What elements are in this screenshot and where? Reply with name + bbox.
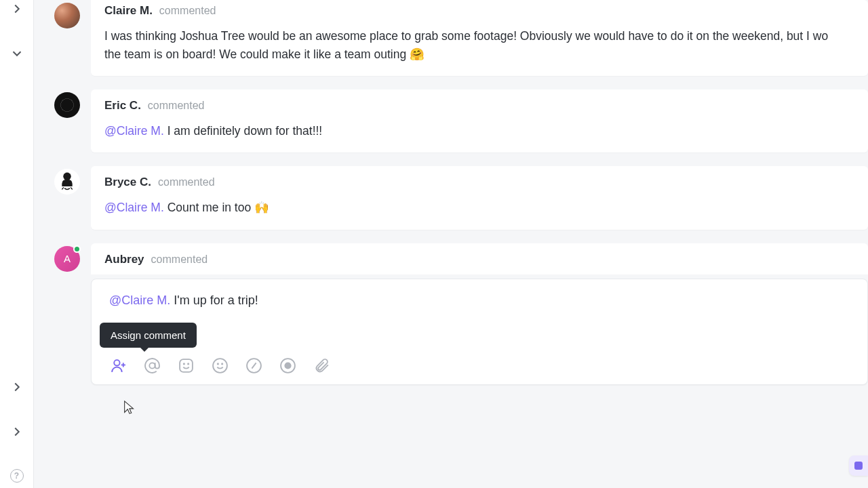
comment-thread: Claire M. commented I was thinking Joshu… (34, 0, 868, 488)
cursor-icon (122, 400, 137, 418)
comment-body: @Claire M. Count me in too 🙌 (104, 199, 854, 217)
chevron-right-icon[interactable] (9, 380, 24, 394)
avatar[interactable]: A (54, 246, 80, 272)
chevron-right-icon[interactable] (9, 424, 24, 439)
avatar[interactable] (54, 169, 80, 195)
chevron-right-icon[interactable] (9, 1, 24, 16)
comment-body: I was thinking Joshua Tree would be an a… (104, 27, 854, 64)
composer-toolbar: Assign comment (109, 357, 854, 375)
svg-point-14 (285, 363, 290, 368)
avatar-initial: A (64, 253, 71, 264)
comment-body: @Claire M. I am definitely down for that… (104, 122, 854, 140)
left-rail: ? (0, 0, 34, 488)
assign-icon[interactable] (109, 357, 127, 375)
comment-author[interactable]: Bryce C. (104, 176, 151, 189)
emoji-icon[interactable] (211, 357, 229, 375)
mention[interactable]: @Claire M. (104, 124, 164, 138)
comment-verb: commented (159, 5, 216, 17)
chevron-down-icon[interactable] (9, 46, 24, 61)
comment-author[interactable]: Claire M. (104, 4, 153, 18)
svg-line-12 (252, 363, 256, 368)
comment-author[interactable]: Eric C. (104, 99, 141, 113)
svg-point-4 (149, 363, 155, 368)
svg-point-9 (217, 363, 218, 364)
svg-point-8 (213, 359, 227, 373)
svg-rect-5 (180, 359, 193, 372)
comment-item: Claire M. commented I was thinking Joshu… (54, 0, 868, 76)
comment-author[interactable]: Aubrey (104, 253, 144, 266)
svg-point-7 (188, 363, 189, 364)
svg-point-10 (222, 363, 222, 364)
mention[interactable]: @Claire M. (109, 293, 170, 307)
record-icon[interactable] (279, 357, 296, 375)
svg-point-6 (183, 363, 184, 364)
comment-composer: A Aubrey commented @Claire M. I'm up for… (54, 243, 868, 385)
presence-dot-icon (73, 245, 81, 253)
attach-icon[interactable] (313, 357, 330, 375)
comment-verb: commented (151, 253, 208, 266)
ai-icon[interactable] (177, 357, 195, 375)
help-icon[interactable]: ? (10, 469, 24, 483)
floating-action-button[interactable] (849, 455, 868, 476)
mention[interactable]: @Claire M. (104, 201, 164, 214)
tooltip: Assign comment (100, 323, 197, 348)
comment-item: Eric C. commented @Claire M. I am defini… (54, 89, 868, 152)
mention-icon[interactable] (143, 357, 161, 375)
comment-verb: commented (158, 176, 215, 188)
svg-point-1 (114, 360, 119, 365)
comment-verb: commented (148, 100, 205, 112)
avatar[interactable] (54, 92, 80, 118)
square-icon (854, 462, 863, 470)
avatar[interactable] (54, 3, 80, 28)
slash-icon[interactable] (245, 357, 262, 375)
comment-input[interactable]: @Claire M. I'm up for a trip! Assign com… (91, 279, 868, 385)
svg-point-0 (63, 173, 71, 181)
comment-item: Bryce C. commented @Claire M. Count me i… (54, 166, 868, 229)
